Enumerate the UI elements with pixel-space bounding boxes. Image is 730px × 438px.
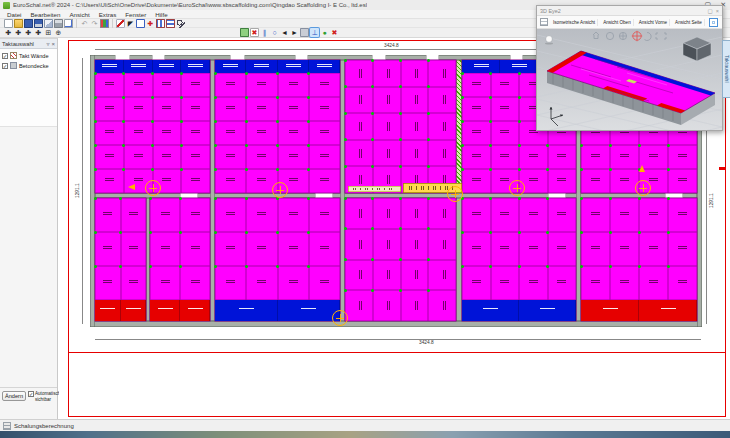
formwork-panel[interactable] bbox=[428, 60, 456, 87]
formwork-panel[interactable] bbox=[548, 169, 577, 193]
viewer-settings-icon[interactable] bbox=[709, 18, 718, 27]
formwork-panel[interactable] bbox=[95, 145, 124, 169]
panel-table-icon[interactable] bbox=[156, 19, 165, 28]
formwork-panel[interactable] bbox=[150, 198, 180, 232]
pan-down-icon[interactable]: ✚ bbox=[34, 28, 43, 37]
formwork-panel[interactable] bbox=[246, 266, 277, 300]
strip-panel[interactable] bbox=[309, 60, 340, 73]
formwork-panel[interactable] bbox=[246, 73, 277, 97]
formwork-panel[interactable] bbox=[215, 232, 246, 266]
zoom-tool-icon[interactable] bbox=[176, 19, 185, 28]
side-dock-tab[interactable]: Taktauswahl bbox=[722, 40, 730, 98]
bottom-strip-blue[interactable] bbox=[462, 300, 576, 321]
bottom-strip-red[interactable] bbox=[150, 300, 210, 321]
zoom-extents-icon[interactable]: ⊕ bbox=[54, 28, 63, 37]
formwork-panel[interactable] bbox=[278, 198, 309, 232]
formwork-panel[interactable] bbox=[668, 232, 697, 266]
formwork-panel[interactable] bbox=[95, 198, 121, 232]
formwork-panel[interactable] bbox=[491, 198, 520, 232]
dimension-cross-icon[interactable]: ✚ bbox=[146, 19, 155, 28]
formwork-panel[interactable] bbox=[373, 113, 401, 140]
next-takt-icon[interactable]: ► bbox=[290, 28, 299, 37]
pen-icon[interactable] bbox=[116, 19, 125, 28]
formwork-panel[interactable] bbox=[181, 169, 210, 193]
view-button-ansicht-oben[interactable]: Ansicht Oben bbox=[601, 19, 634, 26]
formwork-panel[interactable] bbox=[519, 198, 548, 232]
formwork-panel[interactable] bbox=[428, 140, 456, 167]
view-button-isometrische-ansicht[interactable]: Isometrische Ansicht bbox=[551, 19, 598, 26]
undo-icon[interactable]: ↶ bbox=[80, 19, 89, 28]
formwork-panel[interactable] bbox=[246, 121, 277, 145]
room-10[interactable] bbox=[462, 198, 576, 321]
formwork-panel[interactable] bbox=[150, 266, 180, 300]
formwork-panel[interactable] bbox=[462, 232, 491, 266]
formwork-panel[interactable] bbox=[215, 97, 246, 121]
menu-item-datei[interactable]: Datei bbox=[7, 11, 21, 18]
formwork-panel[interactable] bbox=[610, 198, 639, 232]
formwork-panel[interactable] bbox=[548, 145, 577, 169]
formwork-panel[interactable] bbox=[95, 73, 124, 97]
redo-icon[interactable]: ↷ bbox=[90, 19, 99, 28]
formwork-panel[interactable] bbox=[215, 169, 246, 193]
strip-panel[interactable] bbox=[581, 300, 639, 321]
room-11[interactable] bbox=[581, 198, 697, 321]
formwork-panel[interactable] bbox=[548, 232, 577, 266]
formwork-panel[interactable] bbox=[519, 232, 548, 266]
tree-checkbox[interactable]: ✓ bbox=[2, 63, 8, 69]
formwork-panel[interactable] bbox=[246, 232, 277, 266]
formwork-panel[interactable] bbox=[278, 73, 309, 97]
bottom-strip-red[interactable] bbox=[95, 300, 146, 321]
formwork-panel[interactable] bbox=[428, 87, 456, 114]
formwork-panel[interactable] bbox=[491, 266, 520, 300]
formwork-panel[interactable] bbox=[373, 87, 401, 114]
formwork-panel[interactable] bbox=[153, 73, 182, 97]
strip-panel[interactable] bbox=[246, 60, 277, 73]
formwork-panel[interactable] bbox=[124, 97, 153, 121]
formwork-panel[interactable] bbox=[181, 145, 210, 169]
crane-symbol[interactable] bbox=[635, 180, 651, 196]
formwork-panel[interactable] bbox=[373, 140, 401, 167]
view-button-ansicht-vorne[interactable]: Ansicht Vorne bbox=[637, 19, 670, 26]
delete-icon[interactable]: ✖ bbox=[330, 28, 339, 37]
formwork-panel[interactable] bbox=[181, 73, 210, 97]
viewer-grid-icon[interactable] bbox=[540, 18, 548, 26]
filler-beam[interactable] bbox=[348, 186, 401, 192]
crane-symbol[interactable] bbox=[447, 186, 463, 202]
palette-icon[interactable] bbox=[100, 19, 109, 28]
formwork-panel[interactable] bbox=[215, 73, 246, 97]
formwork-panel[interactable] bbox=[95, 169, 124, 193]
formwork-panel[interactable] bbox=[246, 198, 277, 232]
formwork-panel[interactable] bbox=[639, 232, 668, 266]
formwork-panel[interactable] bbox=[124, 145, 153, 169]
formwork-panel[interactable] bbox=[309, 198, 340, 232]
strip-panel[interactable] bbox=[153, 60, 182, 73]
room-3[interactable] bbox=[345, 60, 456, 193]
formwork-panel[interactable] bbox=[462, 73, 491, 97]
formwork-panel[interactable] bbox=[428, 229, 456, 260]
formwork-panel[interactable] bbox=[309, 73, 340, 97]
formwork-panel[interactable] bbox=[181, 97, 210, 121]
formwork-panel[interactable] bbox=[124, 121, 153, 145]
formwork-panel[interactable] bbox=[345, 260, 373, 291]
copy-icon[interactable] bbox=[44, 19, 53, 28]
open-folder-icon[interactable] bbox=[14, 19, 23, 28]
room-6[interactable] bbox=[95, 198, 146, 321]
menu-item-hilfe[interactable]: Hilfe bbox=[155, 11, 167, 18]
room-1[interactable] bbox=[95, 60, 210, 193]
formwork-panel[interactable] bbox=[309, 145, 340, 169]
strip-panel[interactable] bbox=[95, 60, 124, 73]
save-all-icon[interactable] bbox=[34, 19, 43, 28]
formwork-panel[interactable] bbox=[345, 198, 373, 229]
strip-panel[interactable] bbox=[124, 60, 153, 73]
formwork-panel[interactable] bbox=[491, 97, 520, 121]
strip-panel[interactable] bbox=[462, 60, 500, 73]
formwork-panel[interactable] bbox=[180, 232, 210, 266]
formwork-panel[interactable] bbox=[581, 232, 610, 266]
print-icon[interactable] bbox=[54, 19, 63, 28]
formwork-panel[interactable] bbox=[180, 198, 210, 232]
formwork-panel[interactable] bbox=[428, 198, 456, 229]
formwork-panel[interactable] bbox=[548, 198, 577, 232]
panel-close-icon[interactable]: × bbox=[51, 41, 55, 47]
formwork-panel[interactable] bbox=[462, 97, 491, 121]
formwork-panel[interactable] bbox=[581, 198, 610, 232]
